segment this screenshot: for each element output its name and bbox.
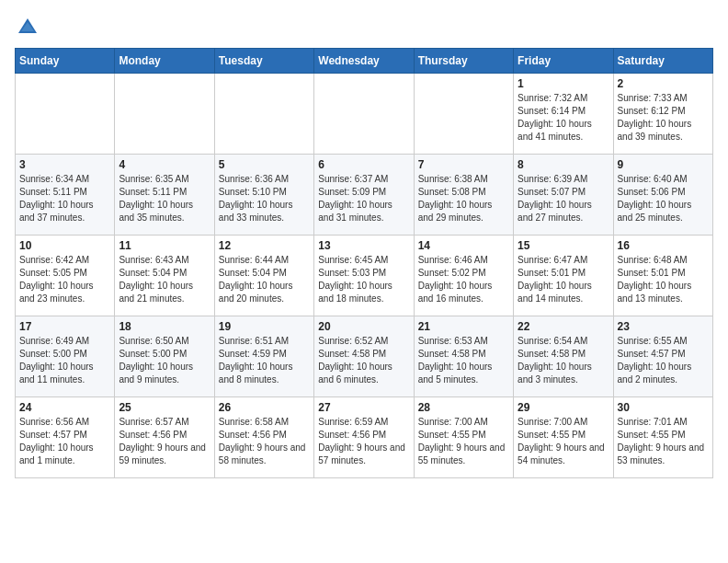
sunrise: Sunrise: 7:00 AM bbox=[518, 417, 587, 427]
daylight: Daylight: 10 hours and 1 minute. bbox=[19, 442, 94, 465]
day-number: 24 bbox=[19, 401, 110, 414]
sunrise: Sunrise: 6:47 AM bbox=[518, 255, 587, 265]
day-number: 6 bbox=[318, 158, 409, 171]
calendar-day-cell: 8 Sunrise: 6:39 AM Sunset: 5:07 PM Dayli… bbox=[514, 155, 613, 236]
sunset: Sunset: 5:03 PM bbox=[318, 268, 386, 278]
calendar-day-cell: 26 Sunrise: 6:58 AM Sunset: 4:56 PM Dayl… bbox=[214, 397, 313, 478]
day-info: Sunrise: 7:33 AM Sunset: 6:12 PM Dayligh… bbox=[618, 92, 709, 144]
day-number: 14 bbox=[418, 239, 509, 252]
sunrise: Sunrise: 7:00 AM bbox=[418, 417, 488, 427]
daylight: Daylight: 10 hours and 25 minutes. bbox=[618, 200, 692, 223]
calendar-day-cell: 11 Sunrise: 6:43 AM Sunset: 5:04 PM Dayl… bbox=[115, 236, 214, 316]
day-info: Sunrise: 6:47 AM Sunset: 5:01 PM Dayligh… bbox=[518, 254, 609, 305]
calendar-day-cell: 4 Sunrise: 6:35 AM Sunset: 5:11 PM Dayli… bbox=[115, 155, 214, 236]
day-info: Sunrise: 6:39 AM Sunset: 5:07 PM Dayligh… bbox=[518, 173, 609, 224]
day-info: Sunrise: 7:00 AM Sunset: 4:55 PM Dayligh… bbox=[518, 416, 609, 467]
sunset: Sunset: 4:56 PM bbox=[219, 430, 287, 440]
day-info: Sunrise: 6:51 AM Sunset: 4:59 PM Dayligh… bbox=[219, 335, 310, 386]
weekday-header: Monday bbox=[115, 49, 214, 74]
calendar-day-cell: 27 Sunrise: 6:59 AM Sunset: 4:56 PM Dayl… bbox=[314, 397, 414, 478]
sunset: Sunset: 5:10 PM bbox=[219, 187, 287, 197]
sunset: Sunset: 4:56 PM bbox=[119, 430, 187, 440]
sunrise: Sunrise: 6:54 AM bbox=[518, 336, 587, 346]
day-info: Sunrise: 6:40 AM Sunset: 5:06 PM Dayligh… bbox=[618, 173, 709, 224]
day-info: Sunrise: 6:44 AM Sunset: 5:04 PM Dayligh… bbox=[219, 254, 310, 305]
day-number: 3 bbox=[19, 158, 110, 171]
sunset: Sunset: 4:58 PM bbox=[518, 349, 586, 359]
weekday-header: Thursday bbox=[414, 49, 513, 74]
weekday-header: Saturday bbox=[613, 49, 712, 74]
weekday-header: Friday bbox=[514, 49, 613, 74]
sunrise: Sunrise: 6:53 AM bbox=[418, 336, 488, 346]
daylight: Daylight: 10 hours and 39 minutes. bbox=[618, 119, 692, 142]
sunset: Sunset: 4:55 PM bbox=[518, 430, 586, 440]
daylight: Daylight: 10 hours and 33 minutes. bbox=[219, 200, 293, 223]
day-info: Sunrise: 6:46 AM Sunset: 5:02 PM Dayligh… bbox=[418, 254, 509, 305]
day-number: 10 bbox=[19, 239, 110, 252]
sunset: Sunset: 5:02 PM bbox=[418, 268, 486, 278]
sunrise: Sunrise: 6:36 AM bbox=[219, 174, 289, 184]
calendar-day-cell: 21 Sunrise: 6:53 AM Sunset: 4:58 PM Dayl… bbox=[414, 316, 513, 397]
calendar-day-cell bbox=[214, 74, 313, 155]
daylight: Daylight: 10 hours and 31 minutes. bbox=[318, 200, 392, 223]
calendar-day-cell: 6 Sunrise: 6:37 AM Sunset: 5:09 PM Dayli… bbox=[314, 155, 414, 236]
calendar-day-cell: 17 Sunrise: 6:49 AM Sunset: 5:00 PM Dayl… bbox=[16, 316, 115, 397]
sunset: Sunset: 4:55 PM bbox=[618, 430, 686, 440]
day-info: Sunrise: 6:54 AM Sunset: 4:58 PM Dayligh… bbox=[518, 335, 609, 386]
sunrise: Sunrise: 6:55 AM bbox=[618, 336, 688, 346]
daylight: Daylight: 10 hours and 5 minutes. bbox=[418, 362, 493, 385]
day-number: 11 bbox=[119, 239, 210, 252]
sunset: Sunset: 4:58 PM bbox=[318, 349, 386, 359]
calendar-day-cell: 7 Sunrise: 6:38 AM Sunset: 5:08 PM Dayli… bbox=[414, 155, 513, 236]
day-number: 7 bbox=[418, 158, 509, 171]
sunset: Sunset: 5:07 PM bbox=[518, 187, 586, 197]
daylight: Daylight: 10 hours and 21 minutes. bbox=[119, 281, 193, 304]
daylight: Daylight: 10 hours and 29 minutes. bbox=[418, 200, 493, 223]
sunrise: Sunrise: 7:33 AM bbox=[618, 93, 688, 103]
daylight: Daylight: 10 hours and 9 minutes. bbox=[119, 362, 193, 385]
sunrise: Sunrise: 6:45 AM bbox=[318, 255, 388, 265]
sunset: Sunset: 4:55 PM bbox=[418, 430, 486, 440]
calendar-day-cell: 25 Sunrise: 6:57 AM Sunset: 4:56 PM Dayl… bbox=[115, 397, 214, 478]
sunset: Sunset: 5:08 PM bbox=[418, 187, 486, 197]
daylight: Daylight: 10 hours and 13 minutes. bbox=[618, 281, 692, 304]
day-number: 30 bbox=[618, 401, 709, 414]
calendar-day-cell: 10 Sunrise: 6:42 AM Sunset: 5:05 PM Dayl… bbox=[16, 236, 115, 316]
sunrise: Sunrise: 6:52 AM bbox=[318, 336, 388, 346]
sunset: Sunset: 4:58 PM bbox=[418, 349, 486, 359]
calendar-day-cell: 9 Sunrise: 6:40 AM Sunset: 5:06 PM Dayli… bbox=[613, 155, 712, 236]
day-info: Sunrise: 6:42 AM Sunset: 5:05 PM Dayligh… bbox=[19, 254, 110, 305]
calendar-table: SundayMondayTuesdayWednesdayThursdayFrid… bbox=[15, 48, 713, 478]
sunrise: Sunrise: 6:39 AM bbox=[518, 174, 587, 184]
daylight: Daylight: 9 hours and 59 minutes. bbox=[119, 442, 206, 465]
calendar-body: 1 Sunrise: 7:32 AM Sunset: 6:14 PM Dayli… bbox=[16, 74, 713, 478]
day-info: Sunrise: 6:53 AM Sunset: 4:58 PM Dayligh… bbox=[418, 335, 509, 386]
daylight: Daylight: 10 hours and 27 minutes. bbox=[518, 200, 592, 223]
sunrise: Sunrise: 6:58 AM bbox=[219, 417, 289, 427]
day-info: Sunrise: 6:43 AM Sunset: 5:04 PM Dayligh… bbox=[119, 254, 210, 305]
day-number: 8 bbox=[518, 158, 609, 171]
daylight: Daylight: 9 hours and 55 minutes. bbox=[418, 442, 506, 465]
daylight: Daylight: 9 hours and 54 minutes. bbox=[518, 442, 605, 465]
sunset: Sunset: 4:57 PM bbox=[19, 430, 87, 440]
sunrise: Sunrise: 7:32 AM bbox=[518, 93, 587, 103]
sunrise: Sunrise: 6:35 AM bbox=[119, 174, 188, 184]
day-number: 17 bbox=[19, 320, 110, 333]
sunrise: Sunrise: 6:38 AM bbox=[418, 174, 488, 184]
calendar-header: SundayMondayTuesdayWednesdayThursdayFrid… bbox=[16, 49, 713, 74]
day-info: Sunrise: 6:56 AM Sunset: 4:57 PM Dayligh… bbox=[19, 416, 110, 467]
calendar-week-row: 1 Sunrise: 7:32 AM Sunset: 6:14 PM Dayli… bbox=[16, 74, 713, 155]
calendar-day-cell: 2 Sunrise: 7:33 AM Sunset: 6:12 PM Dayli… bbox=[613, 74, 712, 155]
sunset: Sunset: 5:04 PM bbox=[219, 268, 287, 278]
sunrise: Sunrise: 6:48 AM bbox=[618, 255, 688, 265]
calendar-day-cell: 16 Sunrise: 6:48 AM Sunset: 5:01 PM Dayl… bbox=[613, 236, 712, 316]
sunset: Sunset: 4:57 PM bbox=[618, 349, 686, 359]
page-header bbox=[15, 15, 713, 40]
sunset: Sunset: 4:59 PM bbox=[219, 349, 287, 359]
calendar-day-cell: 24 Sunrise: 6:56 AM Sunset: 4:57 PM Dayl… bbox=[16, 397, 115, 478]
day-info: Sunrise: 6:34 AM Sunset: 5:11 PM Dayligh… bbox=[19, 173, 110, 224]
sunrise: Sunrise: 6:44 AM bbox=[219, 255, 289, 265]
daylight: Daylight: 10 hours and 2 minutes. bbox=[618, 362, 692, 385]
day-info: Sunrise: 6:35 AM Sunset: 5:11 PM Dayligh… bbox=[119, 173, 210, 224]
day-info: Sunrise: 6:50 AM Sunset: 5:00 PM Dayligh… bbox=[119, 335, 210, 386]
